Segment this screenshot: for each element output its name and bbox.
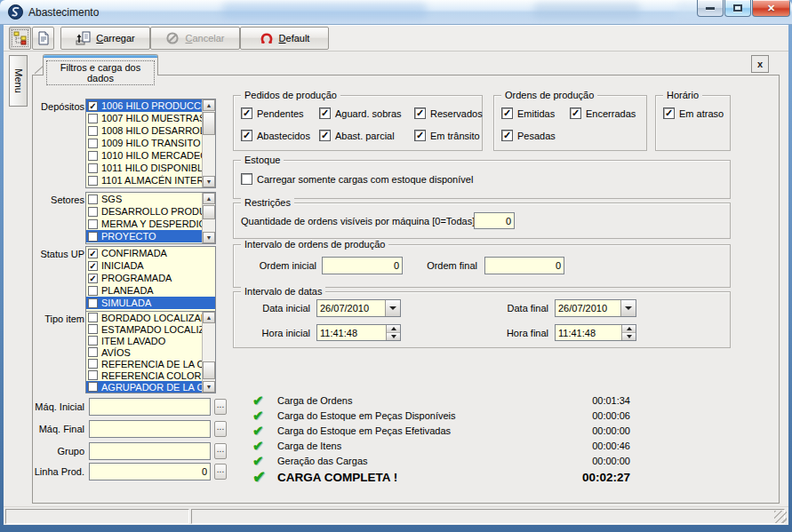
- list-item[interactable]: AVÍOS: [86, 346, 202, 358]
- list-item[interactable]: ITEM LAVADO: [86, 335, 202, 346]
- scroll-thumb[interactable]: [203, 361, 215, 379]
- list-item[interactable]: 1010 HILO MERCADEO: [86, 149, 202, 162]
- dropdown-button[interactable]: [620, 300, 636, 316]
- list-item[interactable]: ESTAMPADO LOCALIZAD: [86, 323, 202, 335]
- list-item[interactable]: SGS: [86, 193, 202, 205]
- spin-down-icon[interactable]: [622, 332, 636, 340]
- checkbox-option[interactable]: ✓Pesadas: [501, 130, 570, 141]
- scroll-up-icon[interactable]: ▲: [203, 312, 215, 323]
- list-item[interactable]: ✓INICIADA: [86, 259, 215, 272]
- setores-listbox[interactable]: SGSDESARROLLO PRODUCTOMERMA Y DESPERDICI…: [85, 192, 216, 244]
- scroll-thumb[interactable]: [203, 205, 215, 219]
- list-item[interactable]: REFERENCIA COLOR CO: [86, 369, 202, 381]
- item-checkbox[interactable]: [88, 195, 98, 204]
- tab-close-button[interactable]: x: [751, 55, 769, 73]
- list-item[interactable]: PROYECTO: [86, 230, 202, 242]
- resize-grip-icon[interactable]: [774, 511, 787, 523]
- list-item[interactable]: BORDADO LOCALIZADO: [86, 312, 202, 323]
- linha-prod-field[interactable]: [89, 463, 211, 480]
- close-button[interactable]: ✕: [752, 0, 790, 17]
- item-checkbox[interactable]: ✓: [88, 261, 98, 271]
- list-item[interactable]: AGRUPADOR DE LA CON: [86, 381, 202, 393]
- maq-inicial-browse-button[interactable]: ...: [214, 399, 227, 415]
- list-item[interactable]: ✓CONFIRMADA: [86, 247, 215, 259]
- tipo-item-scrollbar[interactable]: ▲ ▼: [202, 312, 215, 393]
- item-checkbox[interactable]: [88, 126, 98, 136]
- list-item[interactable]: REFERENCIA DE LA CON: [86, 358, 202, 369]
- checkbox[interactable]: ✓: [414, 130, 426, 141]
- item-checkbox[interactable]: [88, 151, 98, 161]
- default-button[interactable]: Default: [240, 27, 329, 50]
- grupo-browse-button[interactable]: ...: [214, 443, 227, 459]
- item-checkbox[interactable]: [88, 176, 98, 186]
- report-button[interactable]: [32, 27, 54, 50]
- maq-final-browse-button[interactable]: ...: [214, 421, 227, 437]
- item-checkbox[interactable]: [88, 139, 98, 148]
- item-checkbox[interactable]: [88, 313, 98, 322]
- ordem-final-field[interactable]: 0: [484, 257, 564, 274]
- list-item[interactable]: PLANEADA: [86, 284, 215, 297]
- tree-view-button[interactable]: [9, 27, 31, 50]
- restricoes-field[interactable]: 0: [474, 212, 515, 229]
- maximize-button[interactable]: [724, 0, 751, 17]
- item-checkbox[interactable]: [88, 219, 98, 229]
- list-item[interactable]: 1011 HILO DISPONIBLE: [86, 162, 202, 174]
- setores-scrollbar[interactable]: ▲ ▼: [202, 193, 215, 243]
- hora-inicial-spinner[interactable]: 11:41:48: [316, 324, 401, 341]
- item-checkbox[interactable]: [88, 286, 98, 296]
- carregar-button[interactable]: Carregar: [60, 27, 150, 50]
- maq-final-field[interactable]: [89, 420, 211, 438]
- checkbox[interactable]: ✓: [414, 107, 426, 119]
- list-item[interactable]: DESARROLLO PRODUCTO: [86, 205, 202, 218]
- maq-inicial-field[interactable]: [89, 398, 211, 416]
- checkbox-option[interactable]: ✓Em trânsito: [414, 130, 483, 141]
- checkbox[interactable]: ✓: [501, 107, 513, 119]
- checkbox[interactable]: ✓: [570, 107, 581, 119]
- checkbox[interactable]: ✓: [319, 107, 331, 119]
- titlebar[interactable]: Abastecimento ✕: [0, 0, 792, 25]
- tab-filtros[interactable]: Filtros e carga dos dados: [43, 54, 158, 75]
- list-item[interactable]: 1101 ALMACÉN INTERME: [86, 174, 202, 187]
- list-item[interactable]: 1009 HILO TRANSITO: [86, 137, 202, 149]
- data-inicial-combo[interactable]: 26/07/2010: [316, 299, 401, 317]
- item-checkbox[interactable]: [88, 359, 98, 369]
- item-checkbox[interactable]: [88, 232, 98, 242]
- checkbox-option[interactable]: ✓Aguard. sobras: [319, 107, 414, 119]
- item-checkbox[interactable]: [88, 370, 98, 380]
- checkbox-option[interactable]: ✓Em atraso: [663, 107, 724, 119]
- item-checkbox[interactable]: [88, 163, 98, 173]
- scroll-down-icon[interactable]: ▼: [203, 232, 215, 243]
- menu-button[interactable]: Menu: [9, 55, 28, 107]
- list-item[interactable]: ✓PROGRAMADA: [86, 272, 215, 284]
- checkbox-option[interactable]: ✓Emitidas: [501, 107, 570, 119]
- checkbox-option[interactable]: ✓Pendentes: [241, 107, 319, 119]
- tipo-item-listbox[interactable]: BORDADO LOCALIZADOESTAMPADO LOCALIZADITE…: [85, 311, 216, 393]
- spin-up-icon[interactable]: [622, 325, 636, 332]
- item-checkbox[interactable]: [88, 382, 98, 392]
- list-item[interactable]: MERMA Y DESPERDICIO: [86, 218, 202, 230]
- checkbox-option[interactable]: ✓Abast. parcial: [319, 130, 414, 141]
- item-checkbox[interactable]: [88, 298, 98, 308]
- scroll-up-icon[interactable]: ▲: [203, 99, 215, 111]
- list-item[interactable]: ✓1006 HILO PRODUCCIÓN: [86, 99, 202, 112]
- list-item[interactable]: SIMULADA: [86, 297, 215, 309]
- linha-prod-browse-button[interactable]: ...: [214, 464, 227, 480]
- scroll-down-icon[interactable]: ▼: [203, 176, 215, 187]
- checkbox-option[interactable]: ✓Reservados: [414, 107, 483, 119]
- item-checkbox[interactable]: [88, 207, 98, 217]
- dropdown-button[interactable]: [385, 300, 400, 316]
- item-checkbox[interactable]: [88, 347, 98, 357]
- item-checkbox[interactable]: [88, 324, 98, 334]
- item-checkbox[interactable]: ✓: [88, 101, 98, 111]
- data-final-combo[interactable]: 26/07/2010: [555, 299, 636, 317]
- item-checkbox[interactable]: ✓: [88, 249, 98, 258]
- item-checkbox[interactable]: ✓: [88, 274, 98, 283]
- checkbox[interactable]: ✓: [241, 130, 252, 141]
- hora-final-spinner[interactable]: 11:41:48: [555, 324, 636, 341]
- depositos-listbox[interactable]: ✓1006 HILO PRODUCCIÓN1007 HILO MUESTRAS1…: [85, 99, 216, 188]
- status-up-listbox[interactable]: ✓CONFIRMADA✓INICIADA✓PROGRAMADAPLANEADAS…: [85, 246, 216, 313]
- list-item[interactable]: 1007 HILO MUESTRAS: [86, 112, 202, 124]
- checkbox-option[interactable]: Carregar somente cargas com estoque disp…: [241, 173, 473, 185]
- item-checkbox[interactable]: [88, 114, 98, 123]
- checkbox[interactable]: ✓: [501, 130, 513, 141]
